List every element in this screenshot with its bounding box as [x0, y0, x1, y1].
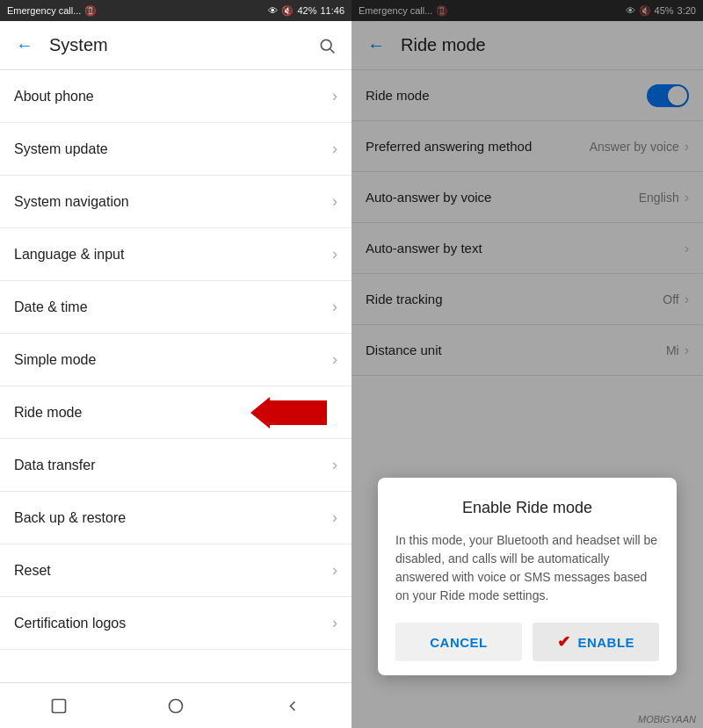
menu-item-date-time[interactable]: Date & time › — [0, 281, 352, 334]
nav-home-button[interactable] — [158, 688, 193, 724]
svg-line-1 — [330, 48, 335, 53]
red-arrow-tip — [250, 397, 270, 429]
left-notification-icon: 📵 — [84, 5, 97, 17]
menu-item-language-input[interactable]: Language & input › — [0, 228, 352, 281]
menu-item-ride-mode[interactable]: Ride mode — [0, 386, 352, 439]
system-update-arrow: › — [332, 140, 337, 158]
menu-item-about-phone[interactable]: About phone › — [0, 70, 352, 123]
left-status-right: 👁 🔇 42% 11:46 — [268, 5, 344, 17]
left-panel: Emergency call... 📵 👁 🔇 42% 11:46 ← Syst… — [0, 0, 352, 728]
modal-cancel-button[interactable]: CANCEL — [395, 623, 522, 661]
modal-body: In this mode, your Bluetooth and headset… — [395, 531, 659, 605]
red-arrow-body — [270, 400, 327, 425]
reset-arrow: › — [332, 561, 337, 580]
about-phone-arrow: › — [332, 87, 337, 105]
left-battery: 42% — [297, 5, 316, 16]
system-nav-arrow: › — [332, 192, 337, 211]
data-transfer-arrow: › — [332, 456, 337, 474]
left-top-bar: ← System — [0, 21, 352, 70]
menu-item-reset[interactable]: Reset › — [0, 544, 352, 597]
left-status-left: Emergency call... 📵 — [7, 5, 97, 17]
svg-point-3 — [169, 699, 182, 712]
modal-overlay: Enable Ride mode In this mode, your Blue… — [352, 0, 703, 728]
svg-point-0 — [321, 40, 331, 50]
enable-ride-mode-dialog: Enable Ride mode In this mode, your Blue… — [378, 478, 677, 675]
left-eye-icon: 👁 — [268, 5, 278, 16]
backup-arrow: › — [332, 508, 337, 527]
checkmark-icon: ✔ — [557, 632, 571, 652]
left-emergency-text: Emergency call... — [7, 5, 81, 16]
left-bottom-nav — [0, 682, 352, 728]
menu-item-system-navigation[interactable]: System navigation › — [0, 176, 352, 228]
certification-arrow: › — [332, 614, 337, 632]
modal-title: Enable Ride mode — [395, 499, 659, 517]
nav-back-button[interactable] — [275, 688, 310, 724]
left-status-bar: Emergency call... 📵 👁 🔇 42% 11:46 — [0, 0, 352, 21]
right-panel: Emergency call... 📵 👁 🔇 45% 3:20 ← Ride … — [352, 0, 703, 728]
left-mute-icon: 🔇 — [281, 5, 294, 17]
left-time: 11:46 — [320, 5, 344, 16]
menu-item-system-update[interactable]: System update › — [0, 123, 352, 176]
red-arrow-indicator — [250, 397, 327, 429]
menu-item-backup-restore[interactable]: Back up & restore › — [0, 492, 352, 544]
modal-enable-button[interactable]: ✔ ENABLE — [533, 623, 659, 661]
nav-recents-button[interactable] — [41, 688, 76, 724]
modal-buttons: CANCEL ✔ ENABLE — [395, 623, 659, 661]
left-page-title: System — [49, 35, 302, 55]
svg-rect-2 — [52, 699, 65, 712]
simple-mode-arrow: › — [332, 350, 337, 369]
left-search-button[interactable] — [316, 35, 337, 56]
menu-item-simple-mode[interactable]: Simple mode › — [0, 334, 352, 386]
left-back-button[interactable]: ← — [14, 35, 35, 56]
menu-item-data-transfer[interactable]: Data transfer › — [0, 439, 352, 492]
date-time-arrow: › — [332, 298, 337, 316]
menu-item-certification[interactable]: Certification logos › — [0, 597, 352, 650]
left-menu-list: About phone › System update › System nav… — [0, 70, 352, 682]
language-arrow: › — [332, 245, 337, 263]
